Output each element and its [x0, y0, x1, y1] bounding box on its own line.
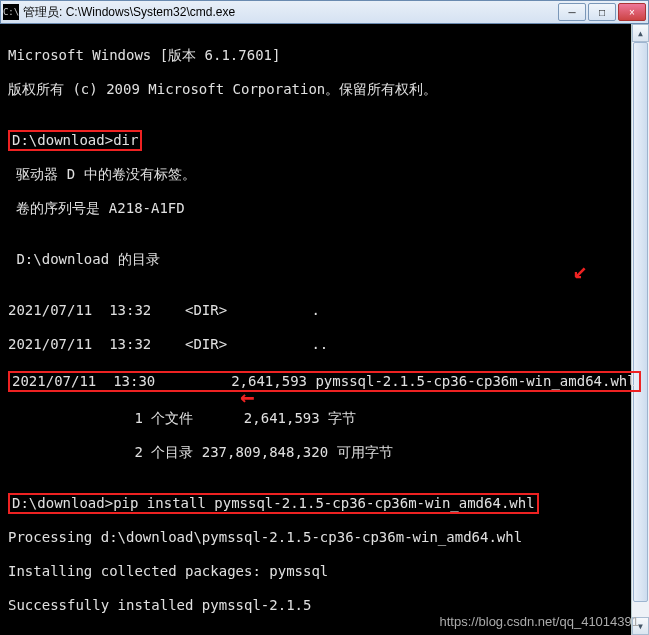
- close-button[interactable]: ×: [618, 3, 646, 21]
- output-line: 2021/07/11 13:32 <DIR> ..: [8, 336, 641, 353]
- output-line: 1 个文件 2,641,593 字节: [8, 410, 641, 427]
- window-title: 管理员: C:\Windows\System32\cmd.exe: [23, 4, 556, 21]
- output-line: D:\download 的目录: [8, 251, 641, 268]
- highlight-whl-file: 2021/07/11 13:30 2,641,593 pymssql-2.1.5…: [8, 371, 641, 392]
- highlight-pip-install: D:\download>pip install pymssql-2.1.5-cp…: [8, 493, 539, 514]
- prompt-line: D:\download>dir: [8, 132, 641, 149]
- prompt-line: D:\download>pip install pymssql-2.1.5-cp…: [8, 495, 641, 512]
- window-buttons: ─ □ ×: [556, 3, 646, 21]
- minimize-button[interactable]: ─: [558, 3, 586, 21]
- highlight-dir-command: D:\download>dir: [8, 130, 142, 151]
- output-line: 2021/07/11 13:32 <DIR> .: [8, 302, 641, 319]
- output-line: Successfully installed pymssql-2.1.5: [8, 597, 641, 614]
- window-titlebar: C:\ 管理员: C:\Windows\System32\cmd.exe ─ □…: [0, 0, 649, 24]
- output-line: 2 个目录 237,809,848,320 可用字节: [8, 444, 641, 461]
- output-line: 卷的序列号是 A218-A1FD: [8, 200, 641, 217]
- output-line: Microsoft Windows [版本 6.1.7601]: [8, 47, 641, 64]
- output-line: 驱动器 D 中的卷没有标签。: [8, 166, 641, 183]
- output-line: Installing collected packages: pymssql: [8, 563, 641, 580]
- output-line: 版权所有 (c) 2009 Microsoft Corporation。保留所有…: [8, 81, 641, 98]
- maximize-button[interactable]: □: [588, 3, 616, 21]
- terminal-output[interactable]: Microsoft Windows [版本 6.1.7601] 版权所有 (c)…: [0, 24, 649, 635]
- output-line: Processing d:\download\pymssql-2.1.5-cp3…: [8, 529, 641, 546]
- watermark-text: https://blog.csdn.net/qq_41014391: [440, 614, 640, 629]
- cmd-icon: C:\: [3, 4, 19, 20]
